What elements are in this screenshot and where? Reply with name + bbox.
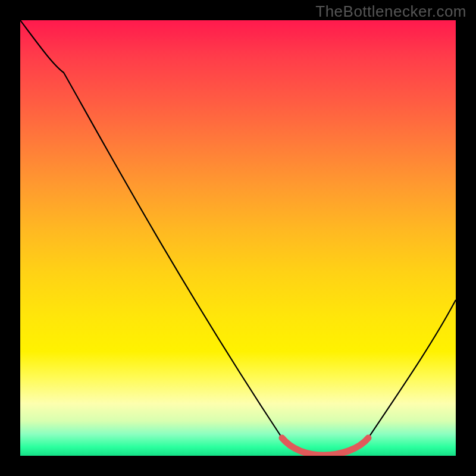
valley-highlight <box>282 438 368 455</box>
watermark-text: TheBottlenecker.com <box>315 2 466 21</box>
chart-frame: TheBottlenecker.com <box>0 0 476 476</box>
main-curve <box>20 20 456 455</box>
chart-svg <box>20 20 456 456</box>
plot-area <box>20 20 456 456</box>
